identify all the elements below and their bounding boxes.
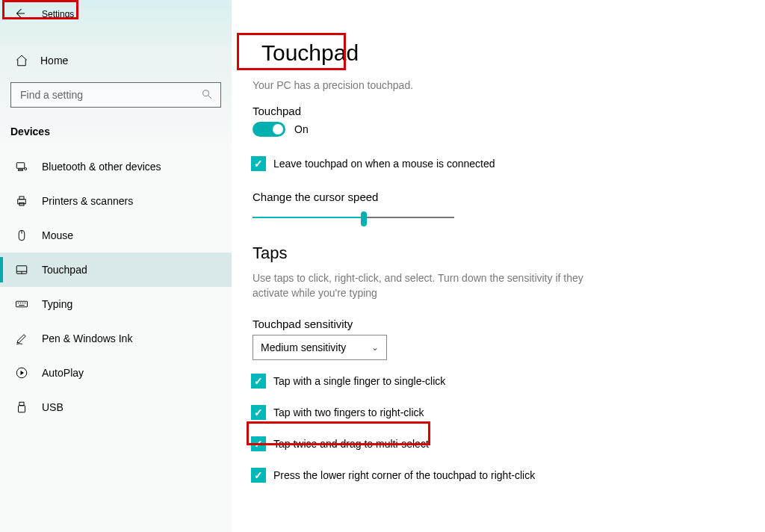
touchpad-toggle-label: Touchpad — [253, 105, 735, 117]
sidebar-item-printers[interactable]: Printers & scanners — [0, 184, 232, 218]
sidebar-item-label: Bluetooth & other devices — [42, 161, 161, 173]
svg-rect-2 — [16, 163, 25, 169]
svg-point-0 — [203, 90, 209, 96]
checkbox-icon — [251, 436, 266, 451]
svg-rect-6 — [19, 197, 24, 200]
sidebar: Settings Home Devices Bluetooth & other … — [0, 0, 232, 532]
back-arrow-icon[interactable] — [13, 7, 27, 22]
sidebar-item-label: USB — [42, 401, 64, 413]
sensitivity-label: Touchpad sensitivity — [253, 318, 735, 330]
page-title: Touchpad — [251, 34, 369, 72]
touchpad-toggle-state: On — [294, 123, 309, 135]
printer-icon — [15, 194, 28, 208]
keyboard-icon — [15, 297, 28, 311]
press-corner-check[interactable]: Press the lower right corner of the touc… — [251, 465, 735, 486]
sensitivity-dropdown[interactable]: Medium sensitivity ⌄ — [253, 335, 387, 360]
tap-single-finger-check[interactable]: Tap with a single finger to single-click — [251, 371, 735, 392]
sidebar-item-label: Pen & Windows Ink — [42, 332, 132, 344]
cursor-speed-slider[interactable] — [253, 217, 454, 218]
svg-rect-21 — [19, 402, 24, 406]
taps-desc: Use taps to click, right-click, and sele… — [253, 270, 596, 301]
main-panel: Touchpad Your PC has a precision touchpa… — [232, 0, 765, 532]
touchpad-icon — [15, 263, 28, 276]
sidebar-item-usb[interactable]: USB — [0, 390, 232, 424]
svg-rect-5 — [18, 200, 26, 204]
check-label: Leave touchpad on when a mouse is connec… — [273, 158, 495, 170]
sidebar-item-bluetooth[interactable]: Bluetooth & other devices — [0, 149, 232, 184]
sidebar-item-label: Printers & scanners — [42, 195, 133, 207]
sidebar-item-touchpad[interactable]: Touchpad — [0, 253, 232, 287]
checkbox-icon — [251, 156, 266, 171]
home-icon — [15, 54, 28, 67]
check-label: Tap with a single finger to single-click — [273, 375, 445, 387]
settings-title: Settings — [42, 9, 74, 19]
svg-line-1 — [208, 96, 211, 99]
svg-point-4 — [25, 168, 27, 170]
search-box[interactable] — [10, 82, 221, 108]
search-icon — [201, 88, 213, 102]
checkbox-icon — [251, 374, 266, 389]
header-row: Settings — [0, 3, 232, 25]
sidebar-item-pen[interactable]: Pen & Windows Ink — [0, 321, 232, 356]
sidebar-item-label: Mouse — [42, 229, 73, 241]
taps-heading: Taps — [253, 244, 735, 263]
mouse-icon — [15, 229, 28, 242]
bluetooth-icon — [15, 160, 28, 173]
sidebar-item-label: AutoPlay — [42, 367, 84, 379]
svg-rect-22 — [19, 406, 25, 412]
checkbox-icon — [251, 405, 266, 420]
check-label: Press the lower right corner of the touc… — [273, 469, 535, 481]
sidebar-item-label: Touchpad — [42, 264, 87, 276]
check-label: Tap with two fingers to right-click — [273, 406, 424, 418]
sidebar-item-label: Typing — [42, 298, 72, 310]
precision-note: Your PC has a precision touchpad. — [253, 79, 735, 91]
sidebar-item-typing[interactable]: Typing — [0, 287, 232, 321]
leave-touchpad-on-check[interactable]: Leave touchpad on when a mouse is connec… — [251, 153, 735, 174]
touchpad-toggle[interactable] — [253, 122, 285, 137]
usb-icon — [15, 400, 28, 414]
sidebar-item-mouse[interactable]: Mouse — [0, 218, 232, 253]
autoplay-icon — [15, 366, 28, 380]
tap-twice-drag-check[interactable]: Tap twice and drag to multi-select — [251, 433, 735, 454]
pen-icon — [15, 332, 28, 345]
sidebar-home[interactable]: Home — [0, 45, 232, 76]
search-input[interactable] — [19, 88, 201, 102]
check-label: Tap twice and drag to multi-select — [273, 438, 429, 450]
svg-rect-3 — [19, 170, 23, 171]
sidebar-home-label: Home — [40, 55, 68, 66]
tap-two-finger-check[interactable]: Tap with two fingers to right-click — [251, 402, 735, 423]
svg-marker-20 — [21, 371, 25, 375]
svg-rect-13 — [16, 301, 28, 307]
cursor-speed-label: Change the cursor speed — [253, 191, 735, 203]
chevron-down-icon: ⌄ — [371, 342, 379, 353]
sidebar-section-title: Devices — [0, 123, 232, 149]
sidebar-item-autoplay[interactable]: AutoPlay — [0, 356, 232, 390]
sensitivity-value: Medium sensitivity — [261, 341, 346, 353]
checkbox-icon — [251, 468, 266, 483]
